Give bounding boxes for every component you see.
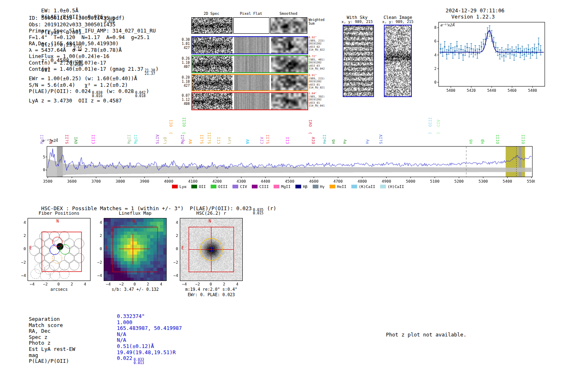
axis-tick-label: −4 [95, 273, 102, 278]
line-label-brace: } [428, 132, 432, 134]
legend-swatch [274, 185, 279, 188]
emission-line-label: SiII [266, 135, 270, 144]
legend-item: CIV [232, 184, 247, 189]
legend-label: Hβ [303, 184, 307, 189]
spec2d-cutout [191, 17, 232, 34]
lineflux-map-title: Lineflux Map [104, 211, 167, 216]
emission-line-label: CIII [91, 135, 95, 144]
emission-line-label: Lyα [227, 137, 231, 144]
weighted-sum-row [191, 17, 308, 35]
pixel-flat-cutout [234, 56, 269, 72]
hsc-image-title: HSC(26.2) r [180, 211, 243, 216]
plae-w-uncertainty: 0.0420.018 [135, 91, 146, 97]
pixel-flat-cutout [233, 17, 269, 34]
axis-tick-label: −4 [171, 273, 178, 278]
hsc-east-label: E [181, 246, 184, 250]
emission-line-label: MgII [134, 135, 138, 144]
axis-tick-label: 4 [19, 220, 26, 225]
cutout-annotation: 0.91"(989, 215)20191202v033_01314_RU_021 [309, 74, 325, 90]
info-line-cont-n: Cont(n) = 2.20(±0.07)e-17 [29, 60, 159, 66]
weighted-sum-label: Weighted Sum [309, 18, 331, 26]
axis-tick-label: 0 [95, 246, 102, 251]
match-plae-uncertainty: 0.0330.013 [134, 358, 144, 364]
with-sky-title: With Sky [337, 15, 377, 20]
line-label-brace: } [169, 132, 173, 134]
fiber-positions-plot [28, 218, 91, 281]
cutout-annotation: 0.92"(989, 215)20191202v033_02314_RU_022 [309, 36, 325, 52]
flux-units-annotation: e⁻¹⁷x2Å [42, 139, 58, 143]
legend-item: CIII [252, 184, 269, 189]
fiber-cutout-row [191, 92, 308, 110]
legend-item: Lyα [172, 184, 186, 189]
table-row: Separation0.332374" [29, 316, 182, 322]
legend-swatch [330, 185, 335, 188]
info-line-lineflux: LineFlux = 1.00(±0.24)e-16 [29, 53, 159, 60]
legend-swatch [380, 185, 386, 188]
report-datetime: 2024-12-29 07:11:06 [446, 7, 504, 14]
emission-line-label: MgII [127, 135, 131, 144]
emission-line-label: OIII [496, 135, 500, 144]
hsc-plae-uncertainty: 0.0350.015 [253, 208, 264, 215]
spec2d-cutout [192, 37, 232, 53]
legend-item: MgII [274, 184, 290, 189]
fiber-circle [39, 231, 49, 241]
cutout-annotation: 0.72"(985, 401)20191202v033_03314_RU_042 [309, 55, 325, 71]
axis-tick-label: −4 [19, 273, 26, 278]
hsc-north-label: N [209, 219, 211, 223]
legend-swatch [232, 185, 238, 188]
line-label-brace: } [182, 132, 186, 134]
cutout-weights: 0.201.10427 [180, 76, 190, 88]
axis-tick-label: −4 [27, 282, 37, 286]
lineflux-map [104, 218, 167, 281]
legend-swatch [191, 185, 197, 188]
legend-swatch [351, 185, 357, 188]
fiber-north-label: N [56, 219, 59, 223]
fiber-circle [35, 253, 44, 263]
axis-tick-label: 2 [95, 233, 102, 238]
emission-line-label: NV [188, 139, 193, 144]
axis-tick-label: −4 [103, 282, 113, 286]
fiber-circle [44, 253, 54, 263]
fiber-cutout-row [191, 36, 308, 54]
legend-label: (K)CaII [359, 184, 375, 189]
legend-swatch [252, 185, 258, 188]
info-line-redshifts: LyA z = 3.4730 OII z = 0.4587 [29, 97, 159, 104]
axis-tick-label: 2 [171, 233, 178, 238]
match-table: Separation0.332374" Match score1.000 RA,… [29, 316, 182, 364]
fiber-circle [70, 260, 79, 270]
smoothed-cutout [271, 56, 307, 72]
axis-tick-label: 4 [171, 220, 178, 225]
info-line-id: ID: 3005011435 (3005011435.pdf) [29, 15, 159, 21]
fiber-circle [65, 253, 74, 263]
pixel-flat-cutout [234, 93, 269, 109]
legend-label: OIII [218, 184, 228, 189]
fiber-circle [35, 239, 44, 248]
ifu-outline-rect [42, 232, 81, 271]
cutout-annotation: 1.64"(985, 392)20191202v033_01314_RU_041 [309, 92, 325, 108]
axis-tick-label: 0 [130, 282, 139, 286]
emission-line-label: Lyβ [163, 137, 167, 144]
axis-tick-label: 4 [156, 282, 166, 286]
fiber-circle [59, 231, 69, 241]
clean-image-title: Clean Image [379, 15, 416, 20]
emission-line-label: OIV [311, 137, 316, 144]
cutout-weights: 0.261.10407 [180, 57, 190, 69]
line-fit-plot [424, 18, 547, 96]
table-row: mag19.49(19.48,19.51)R [29, 352, 182, 358]
emission-line-label: OIII [182, 117, 186, 127]
legend-label: CIII [259, 184, 269, 189]
axis-tick-label: −2 [19, 260, 26, 264]
axis-tick-label: 2 [219, 282, 229, 286]
elixer-detection-report: EW: 1.0±0.5Å P(LAE)/P(OII): 0.0260.0430.… [0, 0, 576, 392]
fiber-positions-title: Fiber Positions [28, 211, 91, 216]
col-header-2d-spec: 2D Spec [191, 12, 232, 16]
line-label-brace: } [437, 132, 441, 134]
emission-line-label: SiIV [379, 135, 383, 144]
hsc-caption2: EWr: 0. PLAE: 0.023 [174, 292, 249, 297]
table-row: Spec zN/A [29, 334, 182, 340]
legend-item: Hβ [295, 184, 307, 189]
info-line-lambda: λ = 5437.64Å σ = 2.78(±0.78)Å [29, 47, 159, 53]
emission-line-label: Hγ [343, 139, 347, 144]
emission-line-label: SiIV [156, 135, 160, 144]
smoothed-cutout [270, 17, 307, 34]
